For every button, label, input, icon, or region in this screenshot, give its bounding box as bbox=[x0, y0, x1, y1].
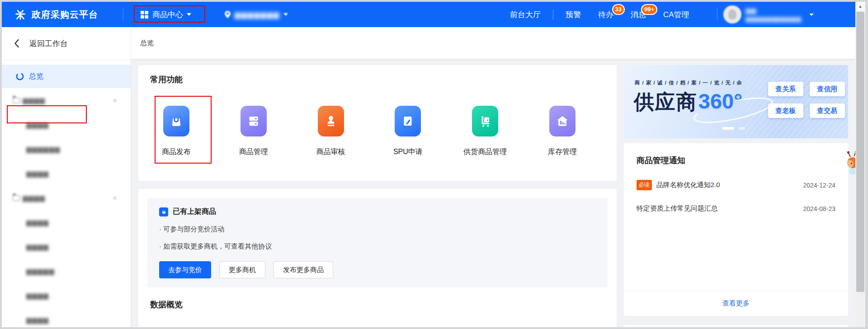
zcy-logo-icon bbox=[14, 8, 27, 21]
scrollbar-thumb[interactable] bbox=[856, 12, 864, 292]
quick-action-label: 商品发布 bbox=[162, 147, 191, 157]
carousel-dots[interactable] bbox=[722, 127, 745, 130]
guide-and-overview-card: 已有上架商品 · 可参与部分竞价活动 · 如需获取更多商机，可查看其他协议 去参… bbox=[138, 189, 617, 327]
carousel-dot-active[interactable] bbox=[722, 127, 734, 130]
sidebar-item-label: ▆▆▆▆ bbox=[26, 169, 49, 178]
nav-ca-management[interactable]: CA管理 bbox=[655, 9, 698, 20]
sidebar-item-label: ▆▆▆▆▆▆ bbox=[26, 145, 60, 153]
chevron-left-icon bbox=[14, 39, 19, 48]
brand-logo: 政府采购云平台 bbox=[14, 2, 98, 27]
back-to-workbench[interactable]: 返回工作台 bbox=[2, 27, 131, 60]
notice-text: 品牌名称优化通知2.0 bbox=[656, 181, 798, 189]
must-read-badge: 必读 bbox=[637, 180, 652, 190]
vertical-scrollbar[interactable]: ▲ bbox=[855, 2, 865, 327]
chevron-down-icon bbox=[283, 13, 288, 16]
breadcrumb-current: 总览 bbox=[140, 39, 154, 47]
nav-front-hall[interactable]: 前台大厅 bbox=[501, 9, 549, 20]
quick-action-supply-product-management[interactable]: 供货商品管理 bbox=[458, 96, 512, 157]
scrollbar-up-button[interactable]: ▲ bbox=[855, 2, 865, 11]
quick-action-inventory-management[interactable]: 库存管理 bbox=[535, 96, 590, 157]
header-nav: 前台大厅 预警 待办 33 消息 99+ CA管理 bbox=[501, 2, 698, 27]
region-selector[interactable]: ▆▆▆▆▆▆▆ bbox=[224, 2, 288, 27]
sidebar-item-redacted[interactable]: ▆▆▆▆ bbox=[2, 308, 131, 327]
overview-ring-icon bbox=[15, 72, 24, 81]
top-header-bar: 政府采购云平台 商品中心 ▆▆▆▆▆▆▆ 前台大厅 bbox=[2, 2, 855, 27]
join-bidding-button[interactable]: 去参与竞价 bbox=[159, 261, 211, 278]
app-switcher-product-center[interactable]: 商品中心 bbox=[140, 2, 191, 27]
promo-bullet: · 可参与部分竞价活动 bbox=[159, 225, 596, 234]
check-transactions-button[interactable]: 查交易 bbox=[810, 103, 845, 118]
user-org-redacted: ▆▆▆▆▆▆▆▆▆▆▆ bbox=[746, 16, 802, 22]
chevron-icon: ▾ bbox=[113, 195, 116, 201]
notice-date: 2024-12-24 bbox=[803, 182, 835, 189]
app-root: 政府采购云平台 商品中心 ▆▆▆▆▆▆▆ 前台大厅 bbox=[2, 2, 855, 327]
banner-title: 供应商 360° bbox=[634, 89, 742, 116]
quick-action-product-management[interactable]: 商品管理 bbox=[226, 96, 281, 157]
promo-bullet: · 如需获取更多商机，可查看其他协议 bbox=[159, 242, 596, 251]
quick-action-label: 商品审核 bbox=[316, 147, 345, 157]
user-account-menu[interactable]: ▆▆ ▆▆▆▆▆▆▆▆▆▆▆ bbox=[723, 2, 814, 27]
banner-title-text: 供应商 bbox=[634, 89, 698, 116]
right-column: 商 / 家 / 诚 / 信 / 档 / 案 / 一 / 览 / 无 / 余 供应… bbox=[624, 65, 848, 327]
listed-products-title: 已有上架商品 bbox=[173, 207, 216, 216]
carousel-dot[interactable] bbox=[739, 127, 745, 130]
grid-icon bbox=[140, 10, 149, 19]
listed-products-panel: 已有上架商品 · 可参与部分竞价活动 · 如需获取更多商机，可查看其他协议 去参… bbox=[147, 198, 608, 287]
left-column: 常用功能 商品发布 bbox=[138, 65, 617, 327]
warehouse-icon bbox=[549, 106, 576, 136]
pencil-paper-icon bbox=[395, 106, 421, 136]
drawers-icon bbox=[241, 106, 267, 136]
view-more-link[interactable]: 查看更多 bbox=[624, 291, 848, 316]
sidebar-item-redacted[interactable]: ▆▆▆▆ bbox=[2, 283, 131, 308]
quick-action-product-review[interactable]: 商品审核 bbox=[304, 96, 358, 157]
shopping-bag-icon bbox=[159, 207, 168, 216]
breadcrumb: 总览 bbox=[131, 27, 855, 59]
nav-todo[interactable]: 待办 33 bbox=[590, 9, 622, 20]
sidebar-item-overview[interactable]: 总览 bbox=[2, 65, 131, 88]
notice-text: 特定资质上传常见问题汇总 bbox=[637, 204, 798, 213]
page-content: 常用功能 商品发布 bbox=[131, 59, 855, 327]
quick-action-publish-product[interactable]: 商品发布 bbox=[149, 96, 203, 157]
chevron-down-icon bbox=[187, 13, 191, 16]
app-switcher-label: 商品中心 bbox=[152, 9, 183, 20]
section-title: 常用功能 bbox=[150, 74, 617, 85]
next-card-edge bbox=[624, 325, 848, 327]
quick-action-spu-apply[interactable]: SPU申请 bbox=[381, 96, 435, 157]
sidebar-item-redacted[interactable]: ▆▆▆▆ bbox=[2, 235, 131, 259]
banner-tagline: 商 / 家 / 诚 / 信 / 档 / 案 / 一 / 览 / 无 / 余 bbox=[635, 80, 742, 86]
sidebar-item-redacted[interactable]: ▆▆▆▆ bbox=[2, 113, 131, 137]
notice-item[interactable]: 特定资质上传常见问题汇总 2024-08-23 bbox=[624, 204, 848, 213]
check-boss-button[interactable]: 查老板 bbox=[768, 103, 803, 118]
header-divider bbox=[123, 8, 123, 21]
sidebar-item-redacted[interactable]: ▆▆▆▆▆▆ bbox=[2, 137, 131, 161]
sidebar: 返回工作台 总览 ▆▆▆▆ ▾ ▆▆▆▆ ▆▆▆▆▆▆ ▆▆▆▆ bbox=[2, 27, 131, 327]
sidebar-item-label: ▆▆▆▆ bbox=[23, 194, 45, 202]
quick-action-label: SPU申请 bbox=[393, 147, 423, 157]
quick-action-label: 商品管理 bbox=[239, 147, 268, 157]
region-name-redacted: ▆▆▆▆▆▆▆ bbox=[235, 10, 280, 19]
nav-messages[interactable]: 消息 99+ bbox=[622, 9, 655, 20]
more-opportunities-button[interactable]: 更多商机 bbox=[219, 261, 265, 278]
user-info: ▆▆ ▆▆▆▆▆▆▆▆▆▆▆ bbox=[746, 8, 802, 22]
check-credit-button[interactable]: 查信用 bbox=[810, 82, 845, 96]
sidebar-item-label: ▆▆▆▆ bbox=[26, 316, 49, 324]
publish-more-products-button[interactable]: 发布更多商品 bbox=[274, 261, 333, 278]
supplier-360-banner[interactable]: 商 / 家 / 诚 / 信 / 档 / 案 / 一 / 览 / 无 / 余 供应… bbox=[624, 65, 848, 138]
data-overview-title: 数据概览 bbox=[150, 299, 608, 310]
quick-actions-card: 常用功能 商品发布 bbox=[138, 65, 617, 181]
promo-buttons: 去参与竞价 更多商机 发布更多商品 bbox=[159, 261, 596, 278]
nav-warning[interactable]: 预警 bbox=[557, 9, 590, 20]
sidebar-item-redacted[interactable]: ▆▆▆▆ bbox=[2, 210, 131, 235]
stamp-icon bbox=[318, 106, 344, 136]
mascot-antenna bbox=[848, 153, 851, 157]
notice-date: 2024-08-23 bbox=[803, 205, 835, 212]
sidebar-item-redacted[interactable]: ▆▆▆▆▆ bbox=[2, 259, 131, 283]
back-label: 返回工作台 bbox=[29, 38, 68, 49]
sidebar-item-redacted[interactable]: ▆▆▆▆ bbox=[2, 161, 131, 186]
sidebar-group-redacted[interactable]: ▆▆▆▆ ▾ bbox=[2, 186, 131, 210]
check-relations-button[interactable]: 查关系 bbox=[768, 82, 803, 96]
sidebar-item-label: ▆▆▆▆ bbox=[26, 218, 49, 226]
sidebar-group-redacted[interactable]: ▆▆▆▆ ▾ bbox=[2, 88, 131, 113]
notice-item[interactable]: 必读 品牌名称优化通知2.0 2024-12-24 bbox=[624, 180, 848, 190]
notices-title: 商品管理通知 bbox=[624, 143, 848, 166]
